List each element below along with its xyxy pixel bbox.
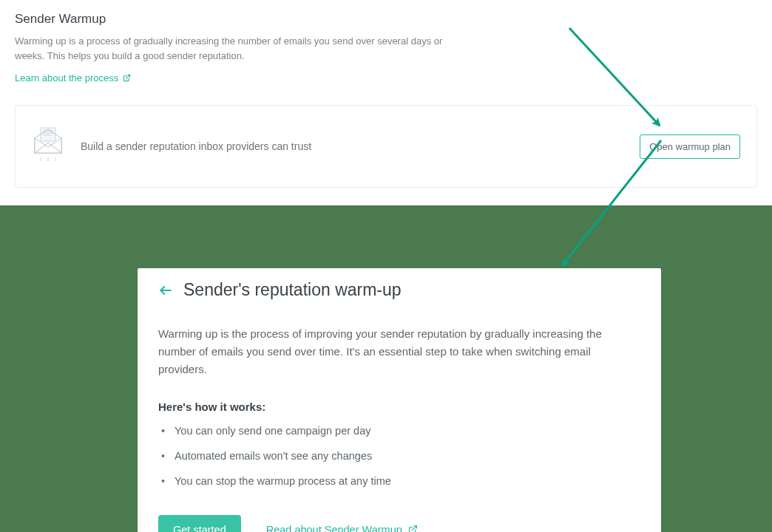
back-arrow-icon[interactable]: [158, 283, 173, 298]
warmup-detail-panel: Sender's reputation warm-up Warming up i…: [138, 268, 661, 532]
panel-subheading: Here's how it works:: [158, 400, 640, 413]
envelope-icon: [32, 126, 64, 166]
list-item: You can stop the warmup process at any t…: [160, 474, 640, 490]
sender-warmup-section: Sender Warmup Warming up is a process of…: [0, 0, 772, 205]
backdrop: Sender's reputation warm-up Warming up i…: [0, 205, 772, 532]
svg-rect-1: [41, 128, 55, 141]
get-started-button[interactable]: Get started: [158, 515, 241, 532]
panel-actions: Get started Read about Sender Warmup: [158, 515, 640, 532]
svg-line-9: [412, 526, 416, 531]
external-link-icon: [408, 525, 418, 532]
panel-title: Sender's reputation warm-up: [183, 280, 402, 300]
panel-header: Sender's reputation warm-up: [158, 280, 640, 300]
open-warmup-plan-button[interactable]: Open warmup plan: [640, 134, 740, 159]
panel-paragraph: Warming up is the process of improving y…: [158, 325, 640, 378]
external-link-icon: [123, 74, 131, 82]
warmup-card-message: Build a sender reputation inbox provider…: [81, 140, 311, 152]
steps-list: You can only send one campaign per day A…: [158, 423, 640, 489]
warmup-card: Build a sender reputation inbox provider…: [15, 105, 757, 188]
list-item: Automated emails won't see any changes: [160, 449, 640, 465]
learn-process-link-label: Learn about the process: [15, 72, 118, 83]
read-about-warmup-label: Read about Sender Warmup: [266, 524, 402, 532]
read-about-warmup-link[interactable]: Read about Sender Warmup: [266, 524, 418, 532]
warmup-card-left: Build a sender reputation inbox provider…: [32, 126, 311, 166]
svg-line-0: [126, 75, 130, 79]
list-item: You can only send one campaign per day: [160, 423, 640, 440]
learn-process-link[interactable]: Learn about the process: [15, 72, 131, 83]
section-title: Sender Warmup: [15, 12, 757, 27]
section-description: Warming up is a process of gradually inc…: [15, 34, 473, 64]
